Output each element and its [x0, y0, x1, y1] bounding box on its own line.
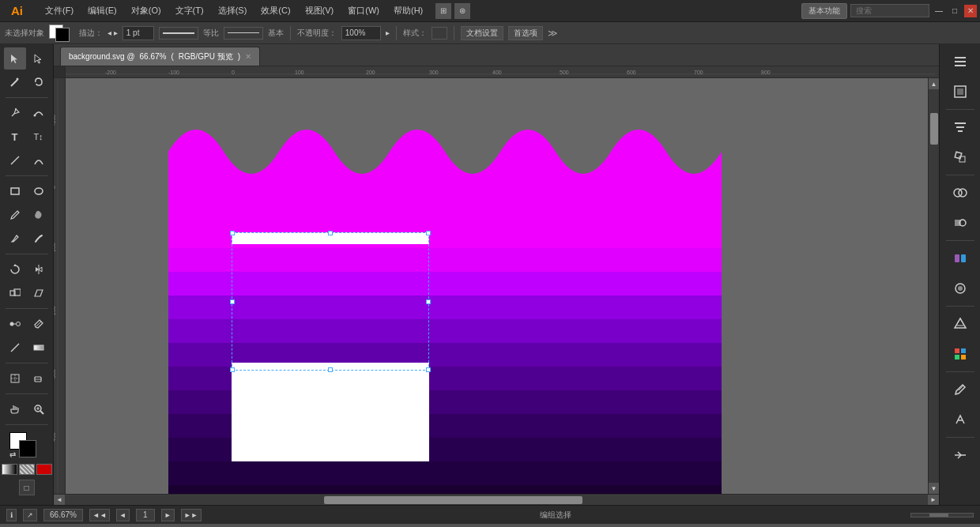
stroke-arrows[interactable]: ◂ ▸: [107, 28, 118, 37]
stroke-line-preview[interactable]: [159, 27, 198, 40]
selection-tool[interactable]: [4, 47, 26, 70]
prev-artboard-button[interactable]: ◄: [116, 509, 130, 521]
prev-page-button[interactable]: ◄◄: [89, 509, 110, 521]
eyedropper-tool[interactable]: [28, 313, 50, 335]
close-button[interactable]: ✕: [964, 5, 977, 17]
scroll-track-h[interactable]: [65, 496, 928, 504]
scale-tool[interactable]: [4, 282, 26, 304]
normal-draw-mode[interactable]: □: [19, 480, 35, 495]
align-button[interactable]: [946, 113, 974, 141]
pathfinder-button[interactable]: [946, 179, 974, 207]
background-color[interactable]: [19, 440, 36, 457]
next-artboard-button[interactable]: ►: [161, 509, 175, 521]
menu-effect[interactable]: 效果(C): [254, 3, 296, 19]
slice-tool[interactable]: [4, 367, 26, 390]
type-tool[interactable]: T: [4, 126, 26, 148]
document-tab[interactable]: background.svg @ 66.67% ( RGB/GPU 预览 ) ✕: [60, 47, 260, 66]
main-layout: T T↕: [0, 44, 980, 505]
menu-object[interactable]: 对象(O): [125, 3, 168, 19]
magic-wand-tool[interactable]: [4, 71, 26, 93]
brushes-button[interactable]: [946, 375, 974, 404]
transform-button[interactable]: [946, 143, 974, 171]
zoom-tool[interactable]: [28, 398, 50, 420]
scroll-up-button[interactable]: ▲: [929, 78, 940, 89]
menu-edit[interactable]: 编辑(E): [81, 3, 123, 19]
svg-text:-200: -200: [105, 70, 116, 75]
eraser-tool[interactable]: [28, 367, 50, 390]
zoom-level-input[interactable]: [43, 509, 83, 521]
pencil-tool[interactable]: [4, 228, 26, 250]
menu-window[interactable]: 窗口(W): [341, 3, 386, 19]
scroll-down-button[interactable]: ▼: [929, 483, 940, 494]
color-button[interactable]: [946, 310, 974, 338]
menu-file[interactable]: 文件(F): [39, 3, 80, 19]
graphic-styles-button[interactable]: [946, 244, 974, 273]
paintbrush-tool[interactable]: [4, 204, 26, 226]
menu-view[interactable]: 视图(V): [299, 3, 341, 19]
status-info-button[interactable]: ℹ: [6, 509, 17, 521]
scroll-thumb-h[interactable]: [324, 496, 583, 504]
maximize-button[interactable]: □: [948, 5, 961, 17]
pen-tool[interactable]: [4, 102, 26, 124]
rotate-tool[interactable]: [4, 258, 26, 280]
menu-help[interactable]: 帮助(H): [387, 3, 429, 19]
scroll-left-button[interactable]: ◄: [54, 495, 65, 506]
hand-tool[interactable]: [4, 398, 26, 420]
direct-selection-tool[interactable]: [28, 47, 50, 70]
none-swatch[interactable]: [19, 464, 35, 475]
toolbar-options-icon[interactable]: ≫: [548, 28, 558, 39]
symbols-button[interactable]: [946, 405, 974, 434]
expand-panel-button[interactable]: [946, 441, 974, 469]
fill-stroke-swatches[interactable]: [49, 24, 74, 42]
line-segment-tool[interactable]: [4, 149, 26, 171]
red-swatch[interactable]: [36, 464, 52, 475]
swatches-button[interactable]: [946, 340, 974, 368]
scroll-right-button[interactable]: ►: [928, 495, 939, 506]
gradient-swatch[interactable]: [2, 464, 17, 475]
svg-rect-48: [232, 363, 429, 414]
shape-builder-button[interactable]: [946, 209, 974, 237]
stroke-swatch[interactable]: [55, 28, 70, 42]
workspace-button[interactable]: 基本功能: [801, 3, 847, 19]
scroll-thumb-v[interactable]: [930, 113, 938, 145]
artboards-button[interactable]: [946, 77, 974, 106]
opacity-arrow[interactable]: ▸: [386, 28, 390, 37]
status-export-button[interactable]: ↗: [23, 509, 37, 521]
tab-close-button[interactable]: ✕: [245, 52, 251, 61]
gradient-tool[interactable]: [28, 337, 50, 359]
page-number-input[interactable]: [136, 509, 155, 521]
lasso-tool[interactable]: [28, 71, 50, 93]
blend-tool[interactable]: [4, 313, 26, 335]
touch-type-tool[interactable]: T↕: [28, 126, 50, 148]
shaper-tool[interactable]: [28, 228, 50, 250]
appearance-button[interactable]: [946, 274, 974, 303]
doc-settings-button[interactable]: 文档设置: [461, 26, 503, 40]
color-swatches[interactable]: ⇄: [9, 432, 44, 461]
next-page-button[interactable]: ►►: [181, 509, 202, 521]
preferences-button[interactable]: 首选项: [508, 26, 543, 40]
menu-type[interactable]: 文字(T): [169, 3, 210, 19]
canvas-area[interactable]: [66, 78, 928, 494]
shear-tool[interactable]: [28, 282, 50, 304]
minimize-button[interactable]: —: [933, 5, 945, 17]
rectangle-tool[interactable]: [4, 180, 26, 202]
swap-colors-icon[interactable]: ⇄: [9, 450, 16, 459]
horizontal-scrollbar[interactable]: ◄ ►: [54, 494, 939, 505]
bridge-icon[interactable]: ⊛: [454, 3, 470, 19]
opacity-input[interactable]: [341, 26, 381, 40]
style-swatch[interactable]: [432, 27, 447, 40]
brush-preview[interactable]: [224, 27, 263, 40]
vertical-scrollbar[interactable]: ▲ ▼: [928, 78, 939, 494]
blob-brush-tool[interactable]: [28, 204, 50, 226]
stroke-width-input[interactable]: [122, 26, 154, 40]
search-input[interactable]: [850, 4, 929, 17]
arc-tool[interactable]: [28, 149, 50, 171]
curvature-tool[interactable]: [28, 102, 50, 124]
ellipse-tool[interactable]: [28, 180, 50, 202]
measure-tool[interactable]: [4, 337, 26, 359]
menu-select[interactable]: 选择(S): [212, 3, 254, 19]
arrange-icon[interactable]: ⊞: [435, 3, 451, 19]
scroll-track-v[interactable]: [929, 89, 940, 483]
layers-button[interactable]: [946, 47, 974, 76]
reflect-tool[interactable]: [28, 258, 50, 280]
